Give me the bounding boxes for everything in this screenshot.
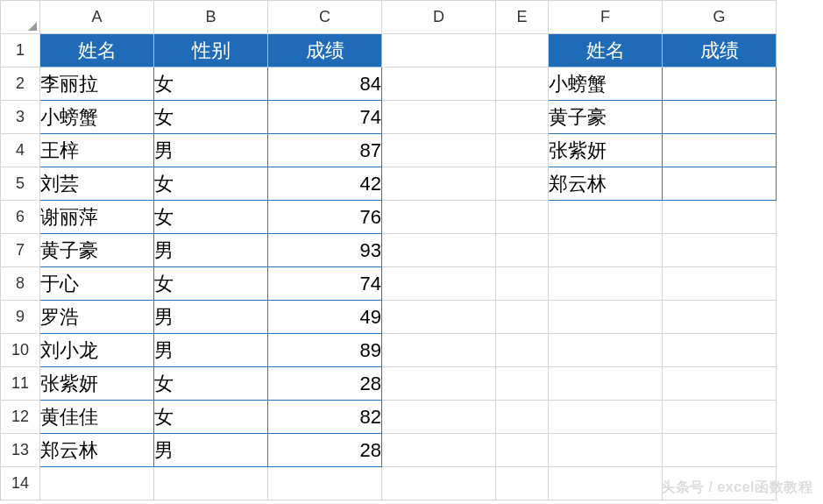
cell[interactable] xyxy=(382,34,496,67)
table1-name[interactable]: 郑云林 xyxy=(40,434,154,467)
table1-name[interactable]: 黄子豪 xyxy=(40,234,154,267)
table1-gender[interactable]: 女 xyxy=(154,201,268,234)
table1-header-name[interactable]: 姓名 xyxy=(40,34,154,67)
row-header-9[interactable]: 9 xyxy=(1,301,40,334)
table1-score[interactable]: 49 xyxy=(268,301,382,334)
cell[interactable] xyxy=(382,134,496,167)
cell[interactable] xyxy=(496,267,549,301)
table1-score[interactable]: 74 xyxy=(268,101,382,134)
col-header-F[interactable]: F xyxy=(549,1,663,34)
cell[interactable] xyxy=(382,267,496,301)
table1-gender[interactable]: 女 xyxy=(154,401,268,434)
cell[interactable] xyxy=(549,201,663,234)
table1-score[interactable]: 82 xyxy=(268,401,382,434)
row-header-1[interactable]: 1 xyxy=(1,34,40,67)
cell[interactable] xyxy=(549,334,663,367)
row-header-7[interactable]: 7 xyxy=(1,234,40,267)
table1-name[interactable]: 谢丽萍 xyxy=(40,201,154,234)
cell[interactable] xyxy=(496,34,549,67)
table1-name[interactable]: 黄佳佳 xyxy=(40,401,154,434)
cell[interactable] xyxy=(496,67,549,101)
table1-gender[interactable]: 女 xyxy=(154,67,268,101)
table2-name[interactable]: 小螃蟹 xyxy=(549,67,663,101)
row-header-5[interactable]: 5 xyxy=(1,167,40,201)
cell[interactable] xyxy=(549,401,663,434)
col-header-B[interactable]: B xyxy=(154,1,268,34)
table2-score[interactable] xyxy=(663,134,777,167)
cell[interactable] xyxy=(549,434,663,467)
row-header-12[interactable]: 12 xyxy=(1,401,40,434)
table1-score[interactable]: 28 xyxy=(268,434,382,467)
table1-score[interactable]: 76 xyxy=(268,201,382,234)
col-header-D[interactable]: D xyxy=(382,1,496,34)
col-header-G[interactable]: G xyxy=(663,1,777,34)
row-header-11[interactable]: 11 xyxy=(1,367,40,401)
cell[interactable] xyxy=(663,367,777,401)
cell[interactable] xyxy=(496,434,549,467)
cell[interactable] xyxy=(382,101,496,134)
row-header-13[interactable]: 13 xyxy=(1,434,40,467)
cell[interactable] xyxy=(663,334,777,367)
cell[interactable] xyxy=(496,134,549,167)
cell[interactable] xyxy=(382,234,496,267)
table2-score[interactable] xyxy=(663,101,777,134)
row-header-8[interactable]: 8 xyxy=(1,267,40,301)
cell[interactable] xyxy=(382,301,496,334)
table1-gender[interactable]: 男 xyxy=(154,334,268,367)
cell[interactable] xyxy=(496,101,549,134)
cell[interactable] xyxy=(549,367,663,401)
table1-score[interactable]: 42 xyxy=(268,167,382,201)
table1-header-gender[interactable]: 性别 xyxy=(154,34,268,67)
table1-name[interactable]: 张紫妍 xyxy=(40,367,154,401)
table2-header-score[interactable]: 成绩 xyxy=(663,34,777,67)
table1-gender[interactable]: 男 xyxy=(154,301,268,334)
table1-name[interactable]: 于心 xyxy=(40,267,154,301)
table1-score[interactable]: 89 xyxy=(268,334,382,367)
cell[interactable] xyxy=(382,367,496,401)
table2-score[interactable] xyxy=(663,67,777,101)
cell[interactable] xyxy=(382,201,496,234)
cell[interactable] xyxy=(154,467,268,500)
spreadsheet-grid[interactable]: A B C D E F G 1 姓名 性别 成绩 姓名 成绩 2 李丽拉 女 8… xyxy=(0,0,777,500)
table1-gender[interactable]: 男 xyxy=(154,234,268,267)
table1-name[interactable]: 罗浩 xyxy=(40,301,154,334)
cell[interactable] xyxy=(382,167,496,201)
row-header-2[interactable]: 2 xyxy=(1,67,40,101)
row-header-14[interactable]: 14 xyxy=(1,467,40,500)
table1-gender[interactable]: 女 xyxy=(154,367,268,401)
cell[interactable] xyxy=(382,434,496,467)
table2-score[interactable] xyxy=(663,167,777,201)
table1-name[interactable]: 刘芸 xyxy=(40,167,154,201)
table2-name[interactable]: 黄子豪 xyxy=(549,101,663,134)
cell[interactable] xyxy=(663,434,777,467)
row-header-6[interactable]: 6 xyxy=(1,201,40,234)
cell[interactable] xyxy=(663,201,777,234)
cell[interactable] xyxy=(549,234,663,267)
cell[interactable] xyxy=(268,467,382,500)
cell[interactable] xyxy=(663,401,777,434)
cell[interactable] xyxy=(549,267,663,301)
table1-gender[interactable]: 女 xyxy=(154,101,268,134)
table1-name[interactable]: 刘小龙 xyxy=(40,334,154,367)
col-header-A[interactable]: A xyxy=(40,1,154,34)
cell[interactable] xyxy=(382,467,496,500)
row-header-4[interactable]: 4 xyxy=(1,134,40,167)
table1-score[interactable]: 74 xyxy=(268,267,382,301)
table1-score[interactable]: 87 xyxy=(268,134,382,167)
col-header-C[interactable]: C xyxy=(268,1,382,34)
table2-name[interactable]: 张紫妍 xyxy=(549,134,663,167)
cell[interactable] xyxy=(549,301,663,334)
table1-score[interactable]: 28 xyxy=(268,367,382,401)
cell[interactable] xyxy=(663,301,777,334)
col-header-E[interactable]: E xyxy=(496,1,549,34)
table1-name[interactable]: 小螃蟹 xyxy=(40,101,154,134)
cell[interactable] xyxy=(496,367,549,401)
table1-score[interactable]: 84 xyxy=(268,67,382,101)
cell[interactable] xyxy=(382,334,496,367)
row-header-10[interactable]: 10 xyxy=(1,334,40,367)
cell[interactable] xyxy=(496,301,549,334)
cell[interactable] xyxy=(496,201,549,234)
table1-gender[interactable]: 男 xyxy=(154,134,268,167)
table1-gender[interactable]: 女 xyxy=(154,267,268,301)
cell[interactable] xyxy=(382,401,496,434)
